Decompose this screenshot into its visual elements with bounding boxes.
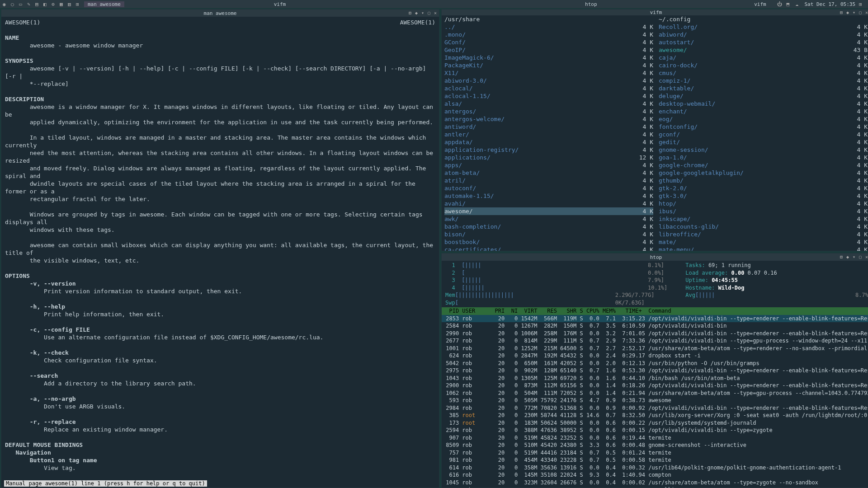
file-row[interactable]: abiword/4 K xyxy=(659,31,868,38)
file-row[interactable]: ca-certificates/4 K xyxy=(444,246,653,251)
process-row[interactable]: 1043 rob 20 0 1305M 125M 69720 S 0.0 1.6… xyxy=(442,375,868,382)
floating-icon[interactable]: ⊞ xyxy=(407,10,413,16)
file-row[interactable]: awesome/4 K xyxy=(444,207,653,215)
process-row[interactable]: 757 rob 20 0 519M 44416 23184 S 0.7 0.5 … xyxy=(442,449,868,457)
ontop-icon[interactable]: ◆ xyxy=(414,10,419,16)
file-row[interactable]: apps/4 K xyxy=(444,161,653,169)
file-row[interactable]: antiword/4 K xyxy=(444,123,653,131)
file-row[interactable]: autostart/4 K xyxy=(659,38,868,46)
file-row[interactable]: PackageKit/4 K xyxy=(444,61,653,69)
file-row[interactable]: application-registry/4 K xyxy=(444,146,653,154)
htop-body[interactable]: 1 [||||| 8.1%] 2 [ 0.0%] 3 [||||| 7.9% xyxy=(442,261,868,488)
file-row[interactable]: desktop-webmail/4 K xyxy=(659,100,868,108)
task-vifm[interactable]: vifm xyxy=(124,1,435,7)
maximize-icon[interactable]: ▢ xyxy=(858,10,863,15)
maximize-icon[interactable]: ▢ xyxy=(858,254,863,260)
file-row[interactable]: GeoIP/4 K xyxy=(444,46,653,54)
process-row[interactable]: 624 rob 20 0 2847M 192M 45432 S 0.0 2.4 … xyxy=(442,352,868,360)
file-row[interactable]: htop/4 K xyxy=(659,200,868,207)
file-row[interactable]: abiword-3.0/4 K xyxy=(444,77,653,84)
man-content[interactable]: AWESOME(1)AWESOME(1) NAME awesome - awes… xyxy=(1,17,439,488)
file-row[interactable]: gtk-2.0/4 K xyxy=(659,184,868,192)
file-row[interactable]: libaccounts-glib/4 K xyxy=(659,223,868,230)
process-row[interactable]: 173 root 20 0 183M 50624 50000 S 0.0 0.6… xyxy=(442,419,868,427)
minimize-icon[interactable]: ▾ xyxy=(420,10,425,16)
file-row[interactable]: .mono/4 K xyxy=(444,31,653,38)
file-row[interactable]: antler/4 K xyxy=(444,131,653,138)
file-row[interactable]: ../4 K xyxy=(444,23,653,31)
tray-icon[interactable]: ⬒ xyxy=(786,1,792,7)
file-row[interactable]: awesome/43 B xyxy=(659,46,868,54)
file-row[interactable]: autoconf/4 K xyxy=(444,184,653,192)
tray-icon[interactable]: ☁ xyxy=(795,1,801,7)
file-row[interactable]: alsa/4 K xyxy=(444,100,653,108)
file-row[interactable]: gedit/4 K xyxy=(659,138,868,146)
process-row[interactable]: 2900 rob 20 0 873M 112M 65156 S 0.0 1.4 … xyxy=(442,382,868,389)
file-row[interactable]: bash-completion/4 K xyxy=(444,223,653,230)
file-row[interactable]: caja/4 K xyxy=(659,54,868,61)
file-row[interactable]: google-googletalkplugin/4 K xyxy=(659,169,868,177)
minimize-icon[interactable]: ▾ xyxy=(851,10,857,15)
process-row[interactable]: 1062 rob 20 0 504M 111M 72052 S 0.0 1.4 … xyxy=(442,389,868,397)
ontop-icon[interactable]: ◆ xyxy=(845,10,850,15)
file-row[interactable]: gnome-session/4 K xyxy=(659,146,868,154)
close-icon[interactable]: ✕ xyxy=(864,254,868,260)
file-row[interactable]: eog/4 K xyxy=(659,115,868,123)
htop-process-list[interactable]: 2853 rob 20 0 1542M 566M 119M S 0.0 7.1 … xyxy=(442,315,868,488)
maximize-icon[interactable]: ▢ xyxy=(426,10,432,16)
process-row[interactable]: 1001 rob 20 0 1252M 215M 64500 S 0.7 2.7… xyxy=(442,345,868,352)
tag-icon[interactable]: ▥ xyxy=(68,1,73,7)
file-row[interactable]: goa-1.0/4 K xyxy=(659,154,868,161)
grid-icon[interactable]: ⊞ xyxy=(859,1,864,7)
file-row[interactable]: GConf/4 K xyxy=(444,38,653,46)
tray-icon[interactable]: ⏻ xyxy=(777,1,783,7)
file-row[interactable]: ImageMagick-6/4 K xyxy=(444,54,653,61)
process-row[interactable]: 8509 rob 20 0 510M 45420 24380 S 3.3 0.6… xyxy=(442,441,868,449)
process-row[interactable]: 2984 rob 20 0 772M 70820 51368 S 0.0 0.9… xyxy=(442,404,868,412)
file-row[interactable]: appdata/4 K xyxy=(444,138,653,146)
task-vifm2[interactable]: vifm xyxy=(746,1,774,7)
file-row[interactable]: Recoll.org/4 K xyxy=(659,23,868,31)
vifm-right-col[interactable]: ~/.configRecoll.org/4 Kabiword/4 Kautost… xyxy=(656,15,868,251)
file-row[interactable]: mate/4 K xyxy=(659,238,868,246)
file-row[interactable]: darktable/4 K xyxy=(659,84,868,92)
file-row[interactable]: cmus/4 K xyxy=(659,69,868,77)
file-row[interactable]: boostbook/4 K xyxy=(444,238,653,246)
process-row[interactable]: 2990 rob 20 0 1006M 258M 176M S 0.0 3.2 … xyxy=(442,330,868,338)
process-row[interactable]: 616 rob 20 0 145M 35108 22024 S 9.3 0.4 … xyxy=(442,471,868,479)
file-row[interactable]: google-chrome/4 K xyxy=(659,161,868,169)
tag-icon[interactable]: ▦ xyxy=(60,1,65,7)
process-row[interactable]: 2584 rob 20 0 1267M 282M 150M S 0.7 3.5 … xyxy=(442,322,868,330)
tag-list[interactable]: ◉ ◯ ▭ ✎ ▤ ◧ ⚙ ▦ ▥ ⊞ xyxy=(0,1,84,7)
file-row[interactable]: awk/4 K xyxy=(444,215,653,223)
file-row[interactable]: cairo-dock/4 K xyxy=(659,61,868,69)
file-row[interactable]: gtk-3.0/4 K xyxy=(659,192,868,200)
minimize-icon[interactable]: ▾ xyxy=(851,254,857,260)
file-row[interactable]: mate-menu/4 K xyxy=(659,246,868,251)
process-row[interactable]: 1045 rob 20 0 323M 32604 26676 S 0.0 0.4… xyxy=(442,479,868,487)
floating-icon[interactable]: ⊞ xyxy=(839,254,844,260)
process-row[interactable]: 5042 rob 20 0 650M 161M 42052 S 0.0 2.0 … xyxy=(442,360,868,367)
file-row[interactable]: inkscape/4 K xyxy=(659,215,868,223)
file-row[interactable]: libreoffice/4 K xyxy=(659,230,868,238)
close-icon[interactable]: ✕ xyxy=(864,10,868,15)
close-icon[interactable]: ✕ xyxy=(433,10,438,16)
tag-icon[interactable]: ▭ xyxy=(19,1,24,7)
file-row[interactable]: X11/4 K xyxy=(444,69,653,77)
file-row[interactable]: antergos/4 K xyxy=(444,108,653,115)
process-row[interactable]: 981 rob 20 0 454M 43340 23228 S 0.7 0.5 … xyxy=(442,456,868,464)
process-row[interactable]: 385 root 20 0 230M 58744 41128 S 14.6 0.… xyxy=(442,412,868,419)
tag-icon[interactable]: ◧ xyxy=(43,1,49,7)
file-row[interactable]: bison/4 K xyxy=(444,230,653,238)
file-row[interactable]: ibus/4 K xyxy=(659,207,868,215)
process-row[interactable]: 2975 rob 20 0 902M 128M 65140 S 0.7 1.6 … xyxy=(442,367,868,375)
file-row[interactable]: atom-beta/4 K xyxy=(444,169,653,177)
tag-icon[interactable]: ◉ xyxy=(3,1,8,7)
layout-icon[interactable]: ⊞ xyxy=(76,1,81,7)
process-row[interactable]: 593 rob 20 0 505M 75792 24176 S 4.7 0.9 … xyxy=(442,397,868,404)
task-htop[interactable]: htop xyxy=(435,1,746,7)
process-row[interactable]: 618 rob 20 0 515M 23942 17473 S 0.0 0.3 … xyxy=(442,486,868,488)
process-row[interactable]: 2677 rob 20 0 814M 229M 111M S 0.7 2.9 7… xyxy=(442,337,868,345)
process-row[interactable]: 2853 rob 20 0 1542M 566M 119M S 0.0 7.1 … xyxy=(442,315,868,323)
floating-icon[interactable]: ⊞ xyxy=(839,10,844,15)
